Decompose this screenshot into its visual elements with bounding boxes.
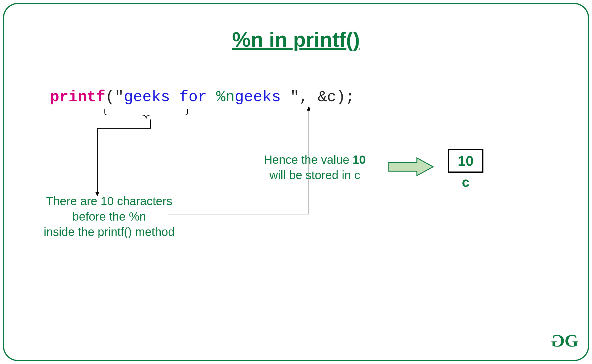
code-open-paren: ( [105,88,114,106]
note-left: There are 10 characters before the %n in… [35,193,183,240]
code-str-part1: geeks [124,88,170,106]
code-quote2: " [290,88,299,106]
code-line: printf("geeks for %ngeeks ", &c); [50,88,355,106]
value-box-value: 10 [458,153,473,169]
big-arrow-icon [387,156,435,177]
code-specifier: %n [216,88,235,106]
note-right-value: 10 [353,153,366,166]
code-str-gap2 [207,88,216,106]
code-str-gap1 [170,88,179,106]
arrow-down-left [93,119,152,196]
logo-g1: G [553,331,565,351]
diagram-title: %n in printf() [4,28,588,51]
note-left-line3: inside the printf() method [44,225,175,238]
gfg-logo: GG [553,331,576,351]
code-str-part2: for [179,88,207,106]
value-box: 10 [448,149,483,173]
code-str-gap3 [281,88,290,106]
diagram-frame: %n in printf() printf("geeks for %ngeeks… [3,3,589,361]
note-right-prefix: Hence the value [264,153,353,166]
note-right-line2: will be stored in c [270,169,360,182]
code-quote1: " [114,88,124,106]
note-right: Hence the value 10 will be stored in c [253,152,377,183]
note-left-line1: There are 10 characters [46,195,172,208]
code-str-part3: geeks [235,88,281,106]
note-left-line2: before the %n [72,210,146,223]
logo-g2: G [564,331,576,350]
code-rest: , &c); [299,88,355,106]
code-keyword: printf [50,88,105,106]
value-box-label: c [448,174,483,190]
